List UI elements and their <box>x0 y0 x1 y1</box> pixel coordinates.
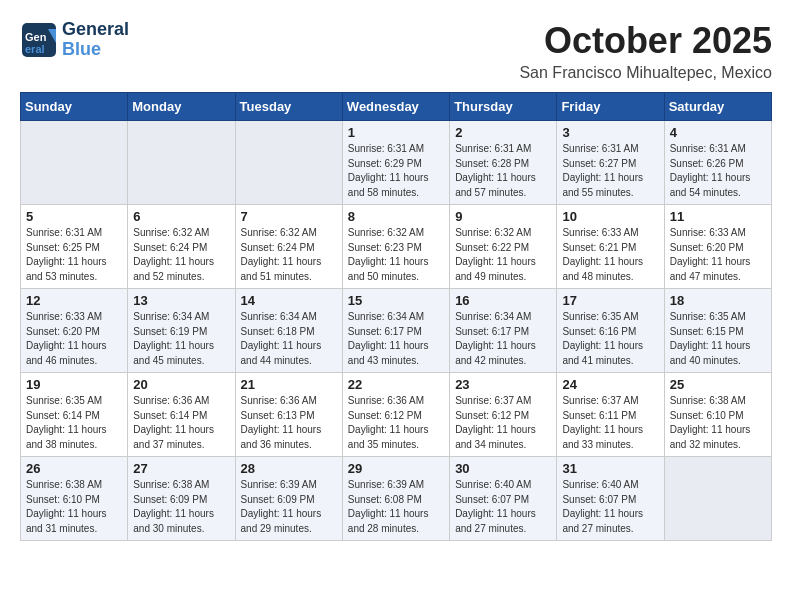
day-number: 28 <box>241 461 337 476</box>
calendar-table: SundayMondayTuesdayWednesdayThursdayFrid… <box>20 92 772 541</box>
day-number: 5 <box>26 209 122 224</box>
day-number: 25 <box>670 377 766 392</box>
day-info: Sunrise: 6:34 AM Sunset: 6:17 PM Dayligh… <box>455 310 551 368</box>
calendar-week-row: 19Sunrise: 6:35 AM Sunset: 6:14 PM Dayli… <box>21 373 772 457</box>
month-title: October 2025 <box>519 20 772 62</box>
calendar-cell: 8Sunrise: 6:32 AM Sunset: 6:23 PM Daylig… <box>342 205 449 289</box>
calendar-week-row: 1Sunrise: 6:31 AM Sunset: 6:29 PM Daylig… <box>21 121 772 205</box>
calendar-cell: 27Sunrise: 6:38 AM Sunset: 6:09 PM Dayli… <box>128 457 235 541</box>
calendar-cell: 15Sunrise: 6:34 AM Sunset: 6:17 PM Dayli… <box>342 289 449 373</box>
day-number: 19 <box>26 377 122 392</box>
calendar-cell: 12Sunrise: 6:33 AM Sunset: 6:20 PM Dayli… <box>21 289 128 373</box>
day-number: 27 <box>133 461 229 476</box>
calendar-cell: 28Sunrise: 6:39 AM Sunset: 6:09 PM Dayli… <box>235 457 342 541</box>
day-info: Sunrise: 6:32 AM Sunset: 6:24 PM Dayligh… <box>133 226 229 284</box>
calendar-cell: 30Sunrise: 6:40 AM Sunset: 6:07 PM Dayli… <box>450 457 557 541</box>
day-number: 12 <box>26 293 122 308</box>
calendar-cell: 13Sunrise: 6:34 AM Sunset: 6:19 PM Dayli… <box>128 289 235 373</box>
title-block: October 2025 San Francisco Mihualtepec, … <box>519 20 772 82</box>
calendar-cell: 26Sunrise: 6:38 AM Sunset: 6:10 PM Dayli… <box>21 457 128 541</box>
day-info: Sunrise: 6:31 AM Sunset: 6:27 PM Dayligh… <box>562 142 658 200</box>
calendar-cell: 10Sunrise: 6:33 AM Sunset: 6:21 PM Dayli… <box>557 205 664 289</box>
day-number: 26 <box>26 461 122 476</box>
svg-text:Gen: Gen <box>25 31 47 43</box>
calendar-cell: 2Sunrise: 6:31 AM Sunset: 6:28 PM Daylig… <box>450 121 557 205</box>
day-info: Sunrise: 6:35 AM Sunset: 6:16 PM Dayligh… <box>562 310 658 368</box>
calendar-cell: 1Sunrise: 6:31 AM Sunset: 6:29 PM Daylig… <box>342 121 449 205</box>
calendar-cell: 11Sunrise: 6:33 AM Sunset: 6:20 PM Dayli… <box>664 205 771 289</box>
day-info: Sunrise: 6:40 AM Sunset: 6:07 PM Dayligh… <box>455 478 551 536</box>
day-info: Sunrise: 6:39 AM Sunset: 6:09 PM Dayligh… <box>241 478 337 536</box>
day-info: Sunrise: 6:36 AM Sunset: 6:13 PM Dayligh… <box>241 394 337 452</box>
weekday-header-saturday: Saturday <box>664 93 771 121</box>
calendar-cell: 31Sunrise: 6:40 AM Sunset: 6:07 PM Dayli… <box>557 457 664 541</box>
day-info: Sunrise: 6:36 AM Sunset: 6:14 PM Dayligh… <box>133 394 229 452</box>
day-info: Sunrise: 6:37 AM Sunset: 6:11 PM Dayligh… <box>562 394 658 452</box>
day-number: 1 <box>348 125 444 140</box>
calendar-cell: 14Sunrise: 6:34 AM Sunset: 6:18 PM Dayli… <box>235 289 342 373</box>
day-info: Sunrise: 6:37 AM Sunset: 6:12 PM Dayligh… <box>455 394 551 452</box>
day-number: 8 <box>348 209 444 224</box>
day-number: 4 <box>670 125 766 140</box>
calendar-cell: 29Sunrise: 6:39 AM Sunset: 6:08 PM Dayli… <box>342 457 449 541</box>
day-info: Sunrise: 6:31 AM Sunset: 6:28 PM Dayligh… <box>455 142 551 200</box>
day-number: 14 <box>241 293 337 308</box>
day-number: 15 <box>348 293 444 308</box>
location-title: San Francisco Mihualtepec, Mexico <box>519 64 772 82</box>
calendar-cell <box>21 121 128 205</box>
calendar-cell: 23Sunrise: 6:37 AM Sunset: 6:12 PM Dayli… <box>450 373 557 457</box>
calendar-cell: 7Sunrise: 6:32 AM Sunset: 6:24 PM Daylig… <box>235 205 342 289</box>
day-info: Sunrise: 6:32 AM Sunset: 6:22 PM Dayligh… <box>455 226 551 284</box>
calendar-cell: 22Sunrise: 6:36 AM Sunset: 6:12 PM Dayli… <box>342 373 449 457</box>
day-number: 21 <box>241 377 337 392</box>
calendar-cell: 25Sunrise: 6:38 AM Sunset: 6:10 PM Dayli… <box>664 373 771 457</box>
page-header: Gen eral General Blue October 2025 San F… <box>20 20 772 82</box>
day-number: 6 <box>133 209 229 224</box>
day-info: Sunrise: 6:38 AM Sunset: 6:10 PM Dayligh… <box>670 394 766 452</box>
calendar-cell: 4Sunrise: 6:31 AM Sunset: 6:26 PM Daylig… <box>664 121 771 205</box>
day-number: 3 <box>562 125 658 140</box>
day-number: 23 <box>455 377 551 392</box>
day-number: 11 <box>670 209 766 224</box>
day-number: 2 <box>455 125 551 140</box>
calendar-cell <box>128 121 235 205</box>
day-number: 13 <box>133 293 229 308</box>
day-number: 18 <box>670 293 766 308</box>
calendar-cell: 6Sunrise: 6:32 AM Sunset: 6:24 PM Daylig… <box>128 205 235 289</box>
day-info: Sunrise: 6:33 AM Sunset: 6:20 PM Dayligh… <box>670 226 766 284</box>
calendar-week-row: 12Sunrise: 6:33 AM Sunset: 6:20 PM Dayli… <box>21 289 772 373</box>
calendar-cell: 20Sunrise: 6:36 AM Sunset: 6:14 PM Dayli… <box>128 373 235 457</box>
logo-icon: Gen eral <box>20 21 58 59</box>
day-number: 17 <box>562 293 658 308</box>
day-number: 9 <box>455 209 551 224</box>
day-info: Sunrise: 6:31 AM Sunset: 6:26 PM Dayligh… <box>670 142 766 200</box>
calendar-cell: 19Sunrise: 6:35 AM Sunset: 6:14 PM Dayli… <box>21 373 128 457</box>
day-number: 30 <box>455 461 551 476</box>
day-info: Sunrise: 6:38 AM Sunset: 6:10 PM Dayligh… <box>26 478 122 536</box>
calendar-cell <box>664 457 771 541</box>
calendar-week-row: 5Sunrise: 6:31 AM Sunset: 6:25 PM Daylig… <box>21 205 772 289</box>
calendar-cell: 3Sunrise: 6:31 AM Sunset: 6:27 PM Daylig… <box>557 121 664 205</box>
calendar-cell: 9Sunrise: 6:32 AM Sunset: 6:22 PM Daylig… <box>450 205 557 289</box>
calendar-cell: 16Sunrise: 6:34 AM Sunset: 6:17 PM Dayli… <box>450 289 557 373</box>
day-number: 22 <box>348 377 444 392</box>
weekday-header-wednesday: Wednesday <box>342 93 449 121</box>
calendar-cell: 24Sunrise: 6:37 AM Sunset: 6:11 PM Dayli… <box>557 373 664 457</box>
weekday-header-sunday: Sunday <box>21 93 128 121</box>
day-info: Sunrise: 6:31 AM Sunset: 6:25 PM Dayligh… <box>26 226 122 284</box>
logo: Gen eral General Blue <box>20 20 129 60</box>
weekday-header-thursday: Thursday <box>450 93 557 121</box>
logo-blue: Blue <box>62 40 129 60</box>
day-info: Sunrise: 6:33 AM Sunset: 6:21 PM Dayligh… <box>562 226 658 284</box>
day-number: 20 <box>133 377 229 392</box>
calendar-cell: 17Sunrise: 6:35 AM Sunset: 6:16 PM Dayli… <box>557 289 664 373</box>
day-info: Sunrise: 6:33 AM Sunset: 6:20 PM Dayligh… <box>26 310 122 368</box>
day-info: Sunrise: 6:35 AM Sunset: 6:14 PM Dayligh… <box>26 394 122 452</box>
day-info: Sunrise: 6:39 AM Sunset: 6:08 PM Dayligh… <box>348 478 444 536</box>
calendar-cell <box>235 121 342 205</box>
day-info: Sunrise: 6:35 AM Sunset: 6:15 PM Dayligh… <box>670 310 766 368</box>
day-number: 16 <box>455 293 551 308</box>
day-number: 10 <box>562 209 658 224</box>
day-info: Sunrise: 6:31 AM Sunset: 6:29 PM Dayligh… <box>348 142 444 200</box>
calendar-cell: 21Sunrise: 6:36 AM Sunset: 6:13 PM Dayli… <box>235 373 342 457</box>
